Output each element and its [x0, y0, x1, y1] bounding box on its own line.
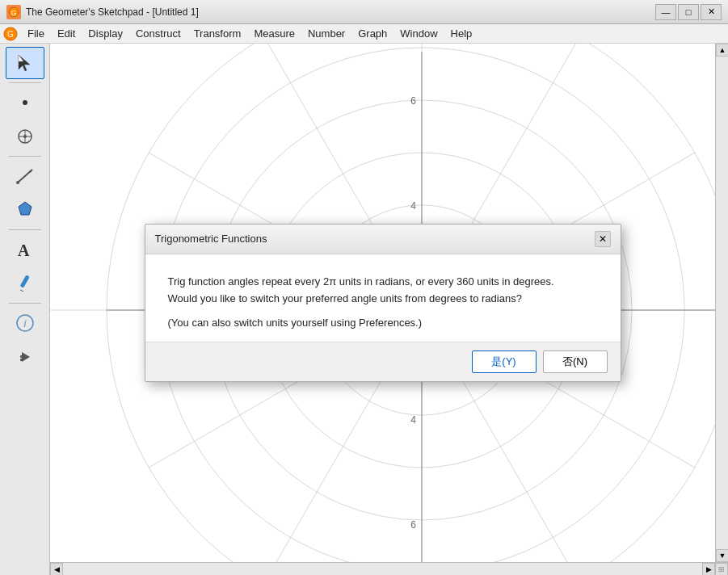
- title-bar-controls: — □ ✕: [655, 4, 722, 20]
- size-grip: ⊞: [715, 563, 728, 575]
- menu-display[interactable]: Display: [82, 25, 129, 43]
- title-bar-left: G The Geometer's Sketchpad - [Untitled 1…: [6, 5, 199, 19]
- menu-graph[interactable]: Graph: [351, 25, 393, 43]
- scroll-down-button[interactable]: ▼: [716, 549, 728, 562]
- main-layout: A i: [0, 44, 728, 575]
- svg-marker-20: [22, 352, 30, 362]
- dialog-note: (You can also switch units yourself usin…: [168, 317, 598, 329]
- window-title: The Geometer's Sketchpad - [Untitled 1]: [26, 6, 199, 18]
- point-tool[interactable]: [6, 86, 44, 119]
- no-button[interactable]: 否(N): [543, 350, 608, 373]
- modal-overlay: Trigonometric Functions ✕ Trig function …: [50, 44, 715, 562]
- dialog-trig-functions: Trigonometric Functions ✕ Trig function …: [145, 224, 621, 383]
- svg-text:A: A: [18, 241, 30, 259]
- title-bar: G The Geometer's Sketchpad - [Untitled 1…: [0, 0, 728, 24]
- scroll-up-button[interactable]: ▲: [716, 44, 728, 57]
- marker-tool[interactable]: [6, 267, 44, 300]
- scroll-left-button[interactable]: ◀: [50, 563, 63, 575]
- menu-edit[interactable]: Edit: [51, 25, 82, 43]
- line-tool[interactable]: [6, 160, 44, 192]
- menu-help[interactable]: Help: [444, 25, 479, 43]
- minimize-button[interactable]: —: [655, 4, 676, 20]
- dialog-close-button[interactable]: ✕: [595, 231, 611, 247]
- toolbar: A i: [0, 44, 50, 575]
- toolbar-separator-2: [9, 156, 41, 157]
- scroll-right[interactable]: ▲ ▼: [715, 44, 728, 562]
- app-menu-icon: G: [3, 27, 18, 41]
- svg-rect-21: [20, 355, 23, 358]
- svg-text:i: i: [23, 317, 27, 329]
- svg-point-12: [16, 181, 19, 184]
- polygon-tool[interactable]: [6, 194, 44, 226]
- toolbar-separator-4: [9, 303, 41, 304]
- dialog-body: Trig function angles repeat every 2π uni…: [145, 254, 621, 342]
- maximize-button[interactable]: □: [678, 4, 699, 20]
- scroll-track-horizontal[interactable]: [63, 563, 702, 575]
- svg-rect-22: [20, 359, 23, 361]
- menu-construct[interactable]: Construct: [129, 25, 187, 43]
- select-tool[interactable]: [6, 47, 44, 79]
- svg-line-17: [20, 290, 23, 292]
- dialog-message: Trig function angles repeat every 2π uni…: [168, 274, 598, 308]
- dialog-title: Trigonometric Functions: [155, 233, 267, 245]
- svg-rect-16: [19, 275, 29, 288]
- app-icon: G: [6, 5, 21, 19]
- menu-bar: G File Edit Display Construct Transform …: [0, 24, 728, 44]
- menu-window[interactable]: Window: [393, 25, 444, 43]
- scroll-bottom[interactable]: ◀ ▶ ⊞: [50, 562, 728, 575]
- dialog-footer: 是(Y) 否(N): [145, 342, 621, 381]
- svg-text:G: G: [11, 9, 16, 17]
- scroll-track-vertical[interactable]: [716, 57, 728, 549]
- info-tool[interactable]: i: [6, 307, 44, 339]
- more-tool[interactable]: [6, 341, 44, 373]
- toolbar-separator-1: [9, 82, 41, 83]
- text-tool[interactable]: A: [6, 233, 44, 266]
- close-button[interactable]: ✕: [701, 4, 722, 20]
- menu-number[interactable]: Number: [301, 25, 351, 43]
- compass-tool[interactable]: [6, 120, 44, 153]
- canvas[interactable]: 6 4 4 6 Trigonometric Functions ✕: [50, 44, 715, 562]
- toolbar-separator-3: [9, 229, 41, 230]
- svg-marker-14: [19, 202, 32, 215]
- menu-file[interactable]: File: [21, 25, 51, 43]
- svg-marker-5: [19, 55, 23, 61]
- menu-transform[interactable]: Transform: [187, 25, 248, 43]
- yes-button[interactable]: 是(Y): [472, 350, 537, 373]
- svg-point-6: [23, 100, 27, 105]
- scroll-right-button[interactable]: ▶: [702, 563, 715, 575]
- dialog-title-bar: Trigonometric Functions ✕: [145, 225, 621, 254]
- svg-text:G: G: [7, 30, 14, 39]
- menu-measure[interactable]: Measure: [247, 25, 301, 43]
